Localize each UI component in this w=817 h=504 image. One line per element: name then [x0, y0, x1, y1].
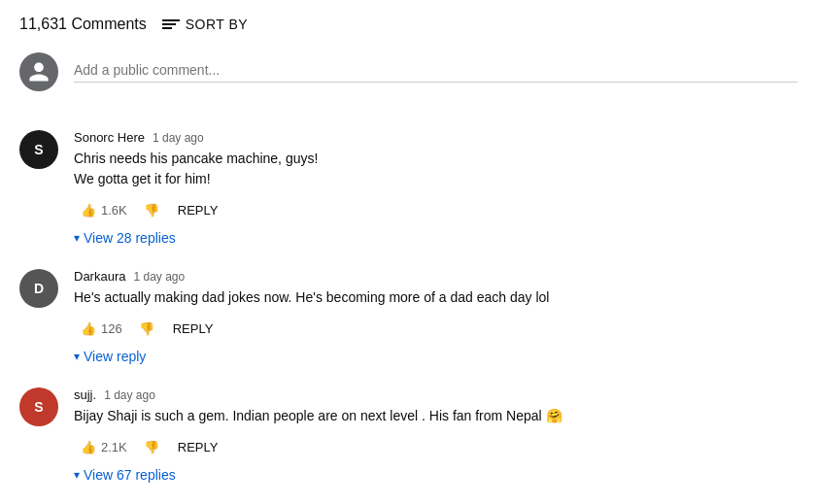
comments-count: 11,631 Comments [19, 16, 147, 33]
avatar: S [19, 130, 58, 169]
add-comment-row [19, 52, 798, 91]
comment-body: sujj. 1 day ago Bijay Shaji is such a ge… [74, 387, 798, 483]
dislike-button[interactable]: 👎 [132, 316, 161, 341]
comment-text: Chris needs his pancake machine, guys! W… [74, 149, 798, 189]
comments-header: 11,631 Comments SORT BY [19, 16, 798, 33]
comment-text-line1: He's actually making dad jokes now. He's… [74, 289, 549, 305]
like-button[interactable]: 👍 126 [74, 316, 128, 341]
avatar-initials: D [34, 281, 44, 296]
comment-time: 1 day ago [153, 131, 204, 145]
dislike-button[interactable]: 👎 [137, 434, 166, 459]
sort-icon [162, 19, 180, 29]
like-count: 126 [101, 321, 122, 336]
sort-by-label: SORT BY [186, 17, 248, 32]
comment-text-line1: Chris needs his pancake machine, guys! [74, 151, 318, 166]
avatar-initials: S [34, 399, 43, 415]
view-replies-row[interactable]: ▾ View reply [74, 349, 798, 364]
view-replies-button[interactable]: View 28 replies [84, 230, 176, 246]
comment-body: Sonorc Here 1 day ago Chris needs his pa… [74, 130, 798, 246]
comment-item: D Darkaura 1 day ago He's actually makin… [19, 257, 798, 376]
comment-meta: sujj. 1 day ago [74, 387, 798, 402]
reply-button[interactable]: REPLY [170, 199, 226, 221]
like-button[interactable]: 👍 1.6K [74, 197, 133, 222]
view-replies-row[interactable]: ▾ View 28 replies [74, 230, 798, 246]
reply-button[interactable]: REPLY [170, 436, 226, 458]
thumbdown-icon: 👎 [143, 438, 160, 455]
view-replies-row[interactable]: ▾ View 67 replies [74, 467, 798, 483]
avatar: D [19, 269, 58, 308]
chevron-down-icon: ▾ [74, 231, 80, 245]
like-button[interactable]: 👍 2.1K [74, 434, 133, 459]
comment-text: He's actually making dad jokes now. He's… [74, 287, 798, 308]
user-icon [27, 60, 51, 84]
like-count: 1.6K [101, 203, 127, 218]
thumbdown-icon: 👎 [138, 319, 155, 337]
comment-actions: 👍 2.1K 👎 REPLY [74, 434, 798, 459]
comments-list: S Sonorc Here 1 day ago Chris needs his … [19, 118, 798, 494]
add-comment-input[interactable] [74, 62, 798, 83]
chevron-down-icon: ▾ [74, 468, 80, 482]
like-count: 2.1K [101, 440, 127, 454]
thumbup-icon: 👍 [80, 319, 97, 337]
thumbup-icon: 👍 [80, 438, 97, 455]
comment-item: S sujj. 1 day ago Bijay Shaji is such a … [19, 376, 798, 494]
comment-author: Sonorc Here [74, 130, 145, 145]
comment-time: 1 day ago [133, 270, 185, 284]
view-replies-button[interactable]: View reply [84, 349, 146, 364]
chevron-down-icon: ▾ [74, 350, 80, 363]
current-user-avatar [19, 52, 58, 91]
thumbdown-icon: 👎 [143, 201, 160, 218]
comment-meta: Darkaura 1 day ago [74, 269, 798, 284]
comment-meta: Sonorc Here 1 day ago [74, 130, 798, 145]
comment-time: 1 day ago [104, 388, 155, 402]
sort-by-button[interactable]: SORT BY [162, 17, 248, 32]
reply-button[interactable]: REPLY [165, 318, 221, 340]
comment-text-line2: We gotta get it for him! [74, 171, 211, 186]
avatar: S [19, 387, 58, 426]
comment-body: Darkaura 1 day ago He's actually making … [74, 269, 798, 364]
comment-actions: 👍 1.6K 👎 REPLY [74, 197, 798, 222]
thumbup-icon: 👍 [80, 201, 97, 218]
comment-author: sujj. [74, 387, 96, 402]
comment-text-line1: Bijay Shaji is such a gem. Indian people… [74, 408, 562, 423]
dislike-button[interactable]: 👎 [137, 197, 166, 222]
view-replies-button[interactable]: View 67 replies [84, 467, 176, 483]
comment-item: S Sonorc Here 1 day ago Chris needs his … [19, 118, 798, 257]
comment-actions: 👍 126 👎 REPLY [74, 316, 798, 341]
comment-text: Bijay Shaji is such a gem. Indian people… [74, 406, 798, 426]
comment-author: Darkaura [74, 269, 125, 284]
avatar-initials: S [34, 142, 43, 157]
